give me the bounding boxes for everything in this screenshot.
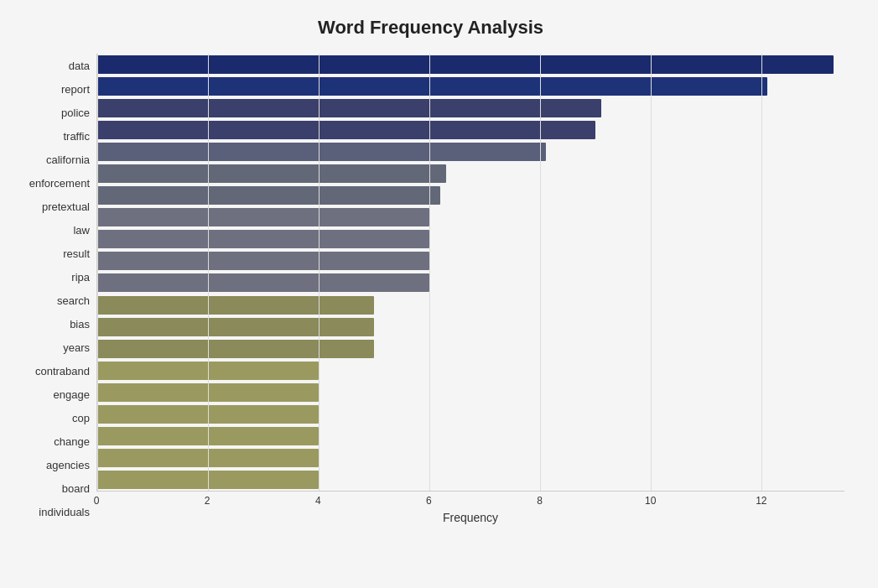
y-label: data bbox=[69, 60, 90, 71]
y-label: change bbox=[54, 436, 90, 447]
bar-row bbox=[97, 250, 844, 272]
y-label: pretextual bbox=[42, 201, 90, 212]
y-label: engage bbox=[54, 389, 90, 400]
bar-row bbox=[97, 54, 844, 75]
bar bbox=[97, 164, 446, 183]
bar-row bbox=[97, 119, 844, 141]
chart-container: Word Frequency Analysis datareportpolice… bbox=[0, 0, 878, 588]
bar bbox=[97, 427, 319, 445]
y-label: bias bbox=[70, 319, 90, 330]
y-label: california bbox=[46, 154, 90, 165]
x-tick-label: 2 bbox=[205, 495, 210, 507]
bar-row bbox=[97, 206, 844, 228]
x-axis-label: Frequency bbox=[96, 511, 844, 524]
bar bbox=[97, 99, 601, 117]
bar-row bbox=[97, 228, 844, 250]
bar-row bbox=[97, 163, 844, 185]
y-label: enforcement bbox=[29, 178, 90, 189]
y-label: police bbox=[61, 107, 90, 118]
bars-area bbox=[96, 54, 844, 491]
y-label: individuals bbox=[39, 507, 90, 518]
x-tick-label: 10 bbox=[645, 495, 656, 507]
bar-row bbox=[97, 272, 844, 294]
y-label: search bbox=[57, 295, 90, 306]
bar-row bbox=[97, 185, 844, 206]
bar bbox=[97, 208, 429, 226]
bar bbox=[97, 362, 319, 380]
y-label: cop bbox=[72, 413, 90, 424]
x-tick-label: 6 bbox=[426, 495, 432, 507]
y-label: report bbox=[61, 84, 90, 95]
bar bbox=[97, 296, 374, 315]
bar bbox=[97, 383, 319, 402]
x-axis: 024681012 Frequency bbox=[96, 491, 844, 524]
bar bbox=[97, 405, 319, 424]
bar-row bbox=[97, 294, 844, 316]
y-label: board bbox=[62, 483, 90, 494]
bar-row bbox=[97, 97, 844, 119]
chart-area: datareportpolicetrafficcaliforniaenforce… bbox=[17, 54, 844, 524]
bar-row bbox=[97, 75, 844, 97]
bar-row bbox=[97, 469, 844, 491]
bar-row bbox=[97, 338, 844, 360]
y-label: contraband bbox=[35, 366, 90, 377]
bar bbox=[97, 121, 595, 139]
bar bbox=[97, 471, 319, 489]
bar-row bbox=[97, 403, 844, 425]
x-tick-label: 12 bbox=[756, 495, 766, 507]
bar bbox=[97, 77, 767, 96]
bar bbox=[97, 449, 319, 467]
x-tick-label: 8 bbox=[537, 495, 543, 507]
y-label: traffic bbox=[63, 131, 90, 142]
y-label: law bbox=[73, 225, 90, 236]
chart-title: Word Frequency Analysis bbox=[17, 17, 844, 39]
y-labels: datareportpolicetrafficcaliforniaenforce… bbox=[17, 54, 96, 524]
bar-row bbox=[97, 425, 844, 447]
bar bbox=[97, 55, 834, 74]
bars-and-x: 024681012 Frequency bbox=[96, 54, 844, 524]
bar-row bbox=[97, 316, 844, 338]
bar bbox=[97, 273, 429, 292]
bar bbox=[97, 340, 374, 358]
y-label: years bbox=[63, 342, 90, 353]
bar bbox=[97, 230, 429, 248]
bar bbox=[97, 186, 440, 205]
y-label: ripa bbox=[71, 272, 90, 283]
bar bbox=[97, 143, 546, 161]
bar bbox=[97, 252, 429, 270]
x-tick-label: 0 bbox=[94, 495, 100, 507]
bar-row bbox=[97, 447, 844, 469]
bar-row bbox=[97, 360, 844, 382]
y-label: result bbox=[63, 248, 90, 259]
bar-row bbox=[97, 141, 844, 163]
x-tick-label: 4 bbox=[315, 495, 321, 507]
bar-row bbox=[97, 382, 844, 403]
y-label: agencies bbox=[46, 460, 90, 471]
bar bbox=[97, 318, 374, 336]
